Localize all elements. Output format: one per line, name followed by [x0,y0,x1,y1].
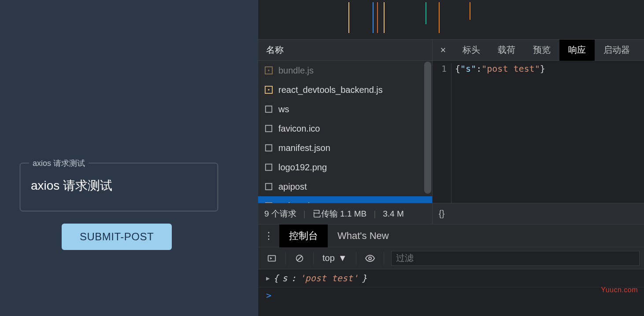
console-log-row[interactable]: ▶ {s: 'post test'} [258,269,644,287]
network-request-row[interactable]: logo192.png [258,158,432,177]
request-name: react_devtools_backend.js [278,85,383,95]
tab-载荷[interactable]: 载荷 [489,40,524,61]
document-file-icon [264,163,273,172]
timeline-marker [377,2,378,33]
detail-tabs: × 标头载荷预览响应启动器 [433,40,644,61]
svg-point-3 [268,89,270,91]
timeline-marker [348,2,349,33]
scrollbar[interactable] [424,62,431,194]
timeline-marker [470,2,470,20]
svg-rect-4 [266,106,272,112]
tab-启动器[interactable]: 启动器 [595,40,639,61]
tab-whats-new[interactable]: What's New [328,224,399,247]
svg-rect-6 [266,145,272,151]
network-request-row[interactable]: manifest.json [258,138,432,158]
summary-transferred: 已传输 1.1 MB [313,208,366,220]
network-pane: 名称 bundle.jsreact_devtools_backend.jswsf… [258,40,644,224]
request-name: favicon.ico [278,124,320,134]
app-panel: axios 请求测试 axios 请求测试 SUBMIT-POST [0,0,258,316]
request-name: apipost [278,182,307,192]
fieldset-text: axios 请求测试 [20,163,218,208]
watermark: Yuucn.com [601,286,638,294]
svg-rect-8 [266,184,272,190]
prompt-caret-icon: > [266,290,271,301]
live-expression-icon[interactable] [361,250,379,266]
devtools-panel: 名称 bundle.jsreact_devtools_backend.jswsf… [258,0,644,316]
tab-预览[interactable]: 预览 [524,40,559,61]
close-icon[interactable]: × [433,40,454,61]
axios-fieldset: axios 请求测试 axios 请求测试 [20,163,218,211]
network-request-row[interactable]: react_devtools_backend.js [258,80,432,99]
network-request-row[interactable]: favicon.ico [258,119,432,138]
timeline-marker [439,2,440,33]
summary-time: 3.4 M [383,209,404,219]
console-prompt[interactable]: > [258,287,644,303]
request-name: manifest.json [278,143,330,153]
document-file-icon [264,105,273,114]
network-column-header-name[interactable]: 名称 [258,40,432,61]
network-summary: 9 个请求 | 已传输 1.1 MB | 3.4 M [258,203,432,224]
network-detail-panel: × 标头载荷预览响应启动器 1 {"s":"post test"} {} [433,40,644,224]
document-file-icon [264,182,273,191]
script-file-icon [264,66,273,75]
svg-rect-7 [266,164,272,170]
execution-context-selector[interactable]: top ▼ [318,253,352,263]
request-name: ws [278,104,289,114]
request-name: bundle.js [278,66,314,76]
tab-console[interactable]: 控制台 [279,224,328,247]
document-file-icon [264,124,273,133]
svg-point-1 [268,70,270,71]
timeline-marker [384,2,385,33]
timeline-marker [373,2,374,33]
chevron-down-icon: ▼ [338,253,347,263]
console-sidebar-toggle-icon[interactable] [263,250,281,266]
network-request-row[interactable]: apipost [258,177,432,196]
script-file-icon [264,85,273,94]
tab-标头[interactable]: 标头 [454,40,489,61]
request-name: apipost/ [278,201,309,203]
console-toolbar: top ▼ [258,247,644,269]
kebab-menu-icon[interactable]: ⋮ [258,224,279,247]
network-requests-column: 名称 bundle.jsreact_devtools_backend.jswsf… [258,40,433,224]
fieldset-legend: axios 请求测试 [29,158,89,169]
expand-caret-icon[interactable]: ▶ [266,275,270,282]
response-json: {"s":"post test"} [451,63,545,203]
svg-point-13 [369,257,371,260]
clear-console-icon[interactable] [290,250,309,266]
submit-post-button[interactable]: SUBMIT-POST [62,224,172,250]
console-body[interactable]: ▶ {s: 'post test'} > [258,269,644,316]
drawer-tabs: ⋮ 控制台 What's New [258,224,644,247]
network-request-row[interactable]: ws [258,99,432,119]
line-number: 1 [433,63,451,203]
network-timeline[interactable] [258,0,644,40]
svg-rect-5 [266,125,272,132]
svg-line-12 [297,256,302,261]
document-file-icon [264,202,273,203]
network-request-row[interactable]: apipost/ [258,196,432,203]
pretty-print-bar[interactable]: {} [433,203,644,224]
tab-响应[interactable]: 响应 [559,40,595,61]
network-request-row[interactable]: bundle.js [258,61,432,80]
response-body[interactable]: 1 {"s":"post test"} [433,61,644,203]
summary-request-count: 9 个请求 [264,208,296,220]
network-request-list[interactable]: bundle.jsreact_devtools_backend.jswsfavi… [258,61,432,203]
console-filter-input[interactable] [391,251,640,266]
braces-icon[interactable]: {} [439,209,444,219]
request-name: logo192.png [278,162,327,173]
timeline-marker [426,2,426,24]
document-file-icon [264,143,273,152]
